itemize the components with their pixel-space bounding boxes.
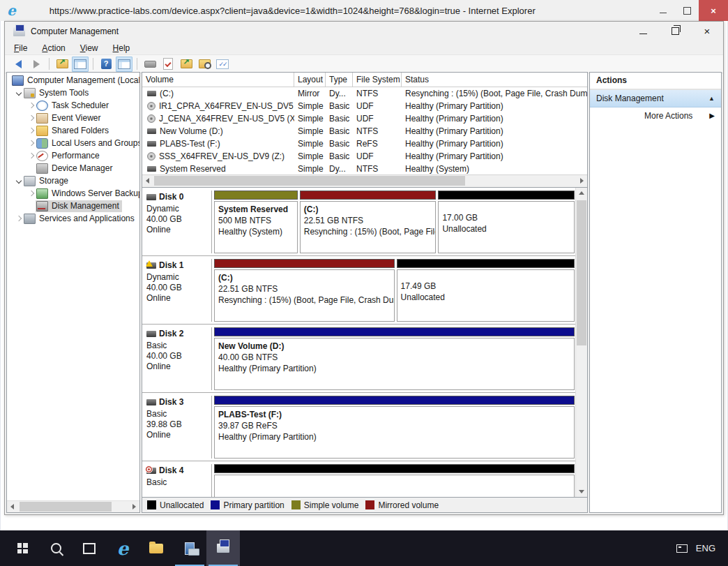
scrollbar-thumb[interactable] <box>20 502 112 512</box>
volume-row-c[interactable]: (C:)MirrorDy...NTFSResynching : (15%) (B… <box>142 87 587 100</box>
tree-item-shared-folders[interactable]: Shared Folders <box>7 124 139 137</box>
volume-row-j-cena-x64frev-en-us-dv5-x[interactable]: J_CENA_X64FREV_EN-US_DV5 (X:)SimpleBasic… <box>142 112 587 125</box>
tree-item-region[interactable]: Computer Management (Local <box>11 75 139 87</box>
volume-row-sss-x64frev-en-us-dv9-z[interactable]: SSS_X64FREV_EN-US_DV9 (Z:)SimpleBasicUDF… <box>142 150 587 163</box>
column-header-layout[interactable]: Layout <box>294 73 326 87</box>
partition-unallocated[interactable]: 17.49 GBUnallocated <box>397 259 575 322</box>
tree-item-local-users-and-groups[interactable]: Local Users and Groups <box>7 137 139 149</box>
volume-row-system-reserved[interactable]: System ReservedSimpleDy...NTFSHealthy (S… <box>142 163 587 174</box>
tree-item-device-manager[interactable]: Device Manager <box>7 162 139 174</box>
back-button[interactable] <box>10 57 26 72</box>
language-indicator[interactable]: ENG <box>696 543 715 553</box>
collapse-arrow-icon[interactable]: ▲ <box>708 95 715 102</box>
computer-management-taskbar-button[interactable] <box>206 530 240 566</box>
app-minimize-button[interactable] <box>637 25 649 36</box>
partition-c[interactable]: (C:)22.51 GB NTFSResynching : (15%) (Boo… <box>300 191 437 253</box>
internet-explorer-taskbar-button[interactable] <box>106 530 139 566</box>
scroll-right-arrow[interactable] <box>577 175 587 186</box>
tree-expander[interactable] <box>14 179 23 183</box>
partition-c[interactable]: (C:)22.51 GB NTFSResynching : (15%) (Boo… <box>214 259 395 322</box>
partition-system-reserved[interactable]: System Reserved500 MB NTFSHealthy (Syste… <box>214 191 298 253</box>
menu-view[interactable]: View <box>80 43 98 53</box>
tree-item-storage[interactable]: Storage <box>7 174 139 187</box>
show-hide-action-pane-button[interactable] <box>116 57 132 72</box>
volume-list-horizontal-scrollbar[interactable] <box>142 174 587 187</box>
volume-row-ir1-cpra-x64frev-en-us-dv5-y[interactable]: IR1_CPRA_X64FREV_EN-US_DV5 (Y:)SimpleBas… <box>142 100 587 112</box>
app-titlebar[interactable]: Computer Management <box>5 22 723 41</box>
tree-expander[interactable] <box>26 191 36 195</box>
disk-header-disk-1[interactable]: Disk 1Dynamic40.00 GBOnline <box>144 259 212 322</box>
start-taskbar-button[interactable] <box>6 530 39 566</box>
tree-expander[interactable] <box>26 128 36 133</box>
disk-header-disk-4[interactable]: Disk 4Basic <box>144 464 212 497</box>
check-document-button[interactable] <box>160 57 176 72</box>
tree-item-region[interactable]: System Tools <box>23 87 91 99</box>
column-header-file-system[interactable]: File System <box>353 73 402 87</box>
tree-item-region[interactable]: Device Manager <box>36 163 115 174</box>
scrollbar-thumb[interactable] <box>154 176 465 186</box>
tree-item-region[interactable]: Local Users and Groups <box>36 137 139 149</box>
tree-item-region[interactable]: Event Viewer <box>36 112 103 124</box>
partition-plabs-test-f[interactable]: PLABS-Test (F:)39.87 GB ReFSHealthy (Pri… <box>214 396 575 459</box>
menu-file[interactable]: File <box>14 43 27 53</box>
disk-view-vertical-scrollbar[interactable] <box>575 188 587 497</box>
actions-group-disk-management[interactable]: Disk Management ▲ <box>590 90 721 107</box>
tree-expander[interactable] <box>26 103 36 107</box>
browser-maximize-button[interactable] <box>675 0 699 21</box>
task-view-taskbar-button[interactable] <box>73 530 106 566</box>
partition-unallocated[interactable] <box>214 464 575 497</box>
properties-button[interactable] <box>142 57 158 72</box>
import-folder-button[interactable] <box>178 57 195 72</box>
menu-action[interactable]: Action <box>42 43 65 53</box>
volume-row-plabs-test-f[interactable]: PLABS-Test (F:)SimpleBasicReFSHealthy (P… <box>142 137 587 150</box>
tree-item-event-viewer[interactable]: Event Viewer <box>7 112 139 124</box>
server-tools-app-taskbar-button[interactable] <box>173 530 206 566</box>
column-header-type[interactable]: Type <box>326 73 353 87</box>
file-explorer-taskbar-button[interactable] <box>139 530 173 566</box>
up-one-level-button[interactable] <box>54 57 70 72</box>
tree-item-region[interactable]: Performance <box>36 150 103 162</box>
column-header-status[interactable]: Status <box>402 73 587 87</box>
partition-unallocated[interactable]: 17.00 GBUnallocated <box>438 191 575 253</box>
search-taskbar-button[interactable] <box>39 530 73 566</box>
forward-button[interactable] <box>28 57 45 72</box>
scroll-up-arrow[interactable] <box>576 188 587 198</box>
tree-item-region[interactable]: Storage <box>23 175 71 187</box>
app-restore-button[interactable] <box>669 25 681 36</box>
tree-item-region[interactable]: Shared Folders <box>36 125 112 137</box>
show-hide-console-tree-button[interactable] <box>72 57 89 72</box>
disk-header-disk-0[interactable]: Disk 0Dynamic40.00 GBOnline <box>144 191 212 253</box>
tree-item-computer-management-local[interactable]: Computer Management (Local <box>7 74 139 87</box>
tree-item-performance[interactable]: Performance <box>7 149 139 162</box>
browser-close-button[interactable]: × <box>699 0 728 21</box>
tree-expander[interactable] <box>26 141 36 145</box>
tree-horizontal-scrollbar[interactable] <box>7 500 139 512</box>
action-item-more-actions[interactable]: More Actions▶ <box>590 107 721 124</box>
tree-item-disk-management[interactable]: Disk Management <box>7 200 139 212</box>
tree-item-system-tools[interactable]: System Tools <box>7 87 139 99</box>
tree-item-windows-server-backup[interactable]: Windows Server Backup <box>7 187 139 200</box>
tree-item-region[interactable]: Task Scheduler <box>36 100 112 112</box>
tree-item-region[interactable]: Windows Server Backup <box>36 188 139 200</box>
app-close-button[interactable]: × <box>702 25 713 36</box>
scrollbar-thumb[interactable] <box>577 200 586 345</box>
browser-minimize-button[interactable] <box>651 0 675 21</box>
tree-item-region[interactable]: Services and Applications <box>23 213 137 225</box>
column-header-volume[interactable]: Volume <box>142 73 294 87</box>
tree-expander[interactable] <box>26 154 36 158</box>
disk-header-disk-2[interactable]: Disk 2Basic40.00 GBOnline <box>144 327 212 390</box>
tree-expander[interactable] <box>26 116 36 120</box>
scroll-left-arrow[interactable] <box>7 501 17 512</box>
tree-item-region[interactable]: Disk Management <box>36 200 122 212</box>
input-indicator-icon[interactable] <box>676 544 688 553</box>
tree-expander[interactable] <box>14 91 23 95</box>
partition-new-volume-d[interactable]: New Volume (D:)40.00 GB NTFSHealthy (Pri… <box>214 327 575 390</box>
scroll-right-arrow[interactable] <box>129 501 139 512</box>
find-folder-button[interactable] <box>196 57 213 72</box>
disk-header-disk-3[interactable]: Disk 3Basic39.88 GBOnline <box>144 396 212 459</box>
scroll-down-arrow[interactable] <box>576 486 587 497</box>
tree-item-services-and-applications[interactable]: Services and Applications <box>7 212 139 225</box>
volume-row-new-volume-d[interactable]: New Volume (D:)SimpleBasicNTFSHealthy (P… <box>142 125 587 137</box>
menu-help[interactable]: Help <box>113 43 130 53</box>
tree-item-task-scheduler[interactable]: Task Scheduler <box>7 99 139 112</box>
